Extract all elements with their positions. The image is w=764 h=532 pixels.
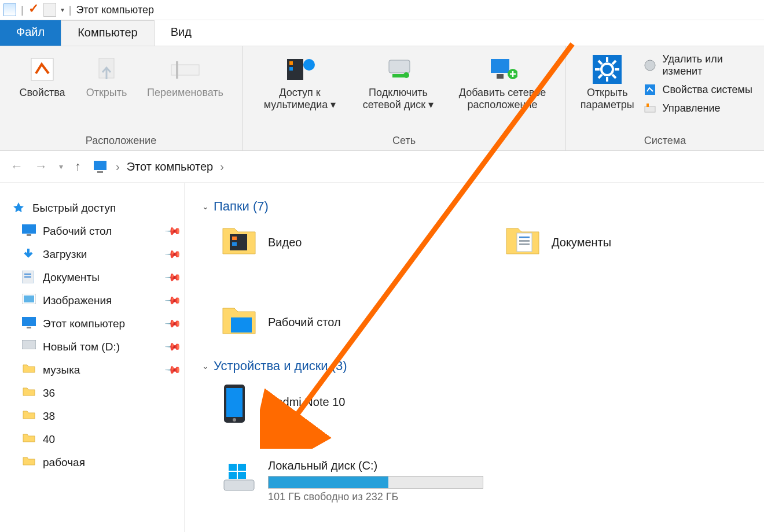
sidebar-quick-access[interactable]: Быстрый доступ <box>12 197 179 220</box>
device-local-disk[interactable]: Локальный диск (C:) 101 ГБ свободно из 2… <box>221 459 493 504</box>
folder-documents[interactable]: Документы <box>504 220 753 265</box>
svg-rect-52 <box>229 464 237 471</box>
svg-rect-44 <box>519 237 530 238</box>
desktop-icon <box>22 224 36 238</box>
tab-file[interactable]: Файл <box>0 20 61 46</box>
star-icon <box>12 201 25 215</box>
svg-rect-37 <box>22 317 36 326</box>
label: Рабочий стол <box>268 316 341 329</box>
sidebar-item-36[interactable]: 36 <box>12 382 179 405</box>
map-drive-button[interactable]: Подключить сетевой диск ▾ <box>351 52 446 113</box>
svg-rect-27 <box>647 104 649 107</box>
phone-icon <box>221 383 258 420</box>
label: Загрузки <box>43 248 87 261</box>
svg-rect-51 <box>224 480 254 490</box>
map-drive-icon <box>383 54 413 84</box>
sidebar-item-downloads[interactable]: Загрузки📌 <box>12 243 179 266</box>
label: Доступ к мультимедиа ▾ <box>254 87 346 110</box>
content-area: ⌄ Папки (7) Видео Документы Рабочий стол… <box>185 183 764 532</box>
add-net-location-button[interactable]: Добавить сетевое расположение <box>449 52 556 113</box>
ribbon-group-location: Свойства Открыть Переименовать Расположе… <box>0 46 243 150</box>
folder-icon <box>22 363 36 377</box>
svg-rect-49 <box>226 388 243 417</box>
sys-prop-icon <box>644 83 656 96</box>
nav-back-icon[interactable]: ← <box>10 159 23 174</box>
svg-rect-2 <box>171 65 199 75</box>
tab-computer[interactable]: Компьютер <box>61 20 155 46</box>
label: Удалить или изменит <box>662 53 756 77</box>
label: Добавить сетевое расположение <box>450 87 554 110</box>
device-phone[interactable]: Redmi Note 10 <box>221 379 469 424</box>
svg-rect-0 <box>31 58 53 80</box>
folder-video[interactable]: Видео <box>221 220 469 265</box>
ribbon: Свойства Открыть Переименовать Расположе… <box>0 46 764 151</box>
label: Изображения <box>43 294 112 307</box>
separator: | <box>21 4 24 16</box>
label: Открыть параметры <box>575 87 639 110</box>
ribbon-tabs: Файл Компьютер Вид <box>0 20 764 46</box>
manage-button[interactable]: Управление <box>644 102 756 114</box>
separator: | <box>69 4 72 16</box>
svg-rect-42 <box>232 242 237 246</box>
system-links: Удалить или изменит Свойства системы Упр… <box>644 52 756 114</box>
sidebar: Быстрый доступ Рабочий стол📌 Загрузки📌 Д… <box>0 183 185 532</box>
chevron-down-icon: ⌄ <box>202 202 209 211</box>
sidebar-item-this-pc[interactable]: Этот компьютер📌 <box>12 312 179 335</box>
sidebar-item-pictures[interactable]: Изображения📌 <box>12 289 179 312</box>
sidebar-item-music[interactable]: музыка📌 <box>12 359 179 382</box>
sidebar-item-desktop[interactable]: Рабочий стол📌 <box>12 220 179 243</box>
sidebar-item-40[interactable]: 40 <box>12 428 179 451</box>
chevron-right-icon: › <box>116 160 120 173</box>
pin-icon: 📌 <box>164 222 182 240</box>
tab-view[interactable]: Вид <box>155 20 208 46</box>
open-button[interactable]: Открыть <box>79 52 134 101</box>
open-settings-button[interactable]: Открыть параметры <box>574 52 640 113</box>
sidebar-item-38[interactable]: 38 <box>12 405 179 428</box>
svg-rect-38 <box>27 327 31 328</box>
label: 36 <box>43 387 55 400</box>
nav-recent-icon[interactable]: ▾ <box>59 162 63 171</box>
section-folders-header[interactable]: ⌄ Папки (7) <box>202 199 764 214</box>
pc-small-icon <box>3 3 16 16</box>
pc-icon <box>93 160 109 173</box>
open-icon <box>91 54 122 84</box>
sidebar-item-new-volume[interactable]: Новый том (D:)📌 <box>12 335 179 359</box>
label: Переименовать <box>147 87 223 99</box>
desktop-folder-icon <box>221 304 258 341</box>
label: Новый том (D:) <box>43 341 120 353</box>
properties-button[interactable]: Свойства <box>9 52 75 101</box>
media-access-button[interactable]: Доступ к мультимедиа ▾ <box>252 52 347 113</box>
folder-icon <box>22 456 36 470</box>
qat-new-icon[interactable] <box>43 3 56 17</box>
qat-dropdown-icon[interactable]: ▾ <box>61 6 64 14</box>
svg-rect-45 <box>519 240 530 242</box>
folder-desktop[interactable]: Рабочий стол <box>221 300 469 345</box>
system-properties-button[interactable]: Свойства системы <box>644 83 756 96</box>
uninstall-button[interactable]: Удалить или изменит <box>644 53 756 77</box>
nav-up-icon[interactable]: ↑ <box>75 159 81 174</box>
manage-icon <box>644 102 656 114</box>
section-devices-header[interactable]: ⌄ Устройства и диски (3) <box>202 359 764 374</box>
rename-button[interactable]: Переименовать <box>138 52 233 101</box>
svg-rect-33 <box>24 274 31 275</box>
svg-rect-43 <box>517 233 532 252</box>
pin-icon: 📌 <box>164 338 182 356</box>
nav-forward-icon[interactable]: → <box>35 159 47 174</box>
pin-icon: 📌 <box>164 361 182 379</box>
crumb-root[interactable]: Этот компьютер <box>127 160 214 173</box>
pin-icon: 📌 <box>164 315 182 332</box>
documents-folder-icon <box>504 224 541 261</box>
ribbon-group-system: Открыть параметры Удалить или изменит Св… <box>566 46 764 150</box>
sidebar-item-rabochaya[interactable]: рабочая <box>12 451 179 474</box>
qat-check-icon[interactable]: ✓ <box>28 1 39 16</box>
label: Этот компьютер <box>43 317 125 330</box>
downloads-icon <box>22 247 36 261</box>
pin-icon: 📌 <box>164 291 182 309</box>
sidebar-item-documents[interactable]: Документы📌 <box>12 266 179 289</box>
svg-rect-47 <box>231 317 252 332</box>
label: Подключить сетевой диск ▾ <box>352 87 445 110</box>
ribbon-group-network: Доступ к мультимедиа ▾ Подключить сетево… <box>243 46 566 150</box>
breadcrumb[interactable]: › Этот компьютер › <box>93 160 224 173</box>
pin-icon: 📌 <box>164 245 182 263</box>
svg-point-10 <box>403 72 409 78</box>
